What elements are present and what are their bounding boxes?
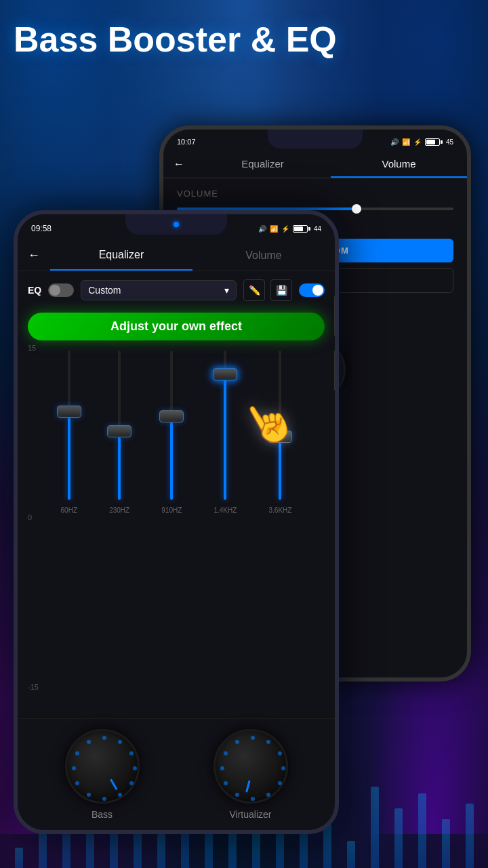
phone-front-battery xyxy=(293,225,310,233)
eq-slider-14khz-label: 1.4KHZ xyxy=(214,507,237,514)
eq-slider-910hz[interactable]: 910HZ xyxy=(161,351,182,540)
eq-enable-toggle[interactable] xyxy=(48,283,74,297)
eq-right-toggle[interactable] xyxy=(299,283,325,297)
svg-point-18 xyxy=(266,793,270,797)
eq-slider-60hz-fill xyxy=(68,418,70,500)
svg-point-10 xyxy=(75,751,79,755)
virtualizer-knob[interactable] xyxy=(214,729,288,804)
svg-point-17 xyxy=(278,781,282,785)
phone-front-notch-dot xyxy=(174,222,179,227)
svg-point-7 xyxy=(87,793,91,797)
virtualizer-knob-wrap: Virtualizer xyxy=(214,729,288,820)
eq-slider-60hz[interactable]: 60HZ xyxy=(61,351,77,540)
svg-point-19 xyxy=(251,797,255,801)
phone-back-wifi-icon: 📶 xyxy=(402,138,410,146)
eq-slider-230hz[interactable]: 230HZ xyxy=(109,351,129,540)
svg-point-13 xyxy=(251,736,255,740)
svg-point-1 xyxy=(118,740,122,744)
eq-preset-value: Custom xyxy=(88,285,121,296)
eq-action-icons: ✏️ 💾 xyxy=(243,279,292,301)
bass-knob[interactable] xyxy=(65,729,140,804)
phone-front-screen: 09:58 🔊 📶 ⚡ 44 ← Equalizer Volume EQ xyxy=(18,214,335,830)
front-bottom-knobs: Bass xyxy=(18,718,335,830)
eq-preset-dropdown[interactable]: Custom ▾ xyxy=(81,280,237,300)
phone-back-time: 10:07 xyxy=(177,138,196,146)
phone-front-back-button[interactable]: ← xyxy=(18,240,50,271)
svg-point-3 xyxy=(133,766,137,770)
eq-slider-910hz-thumb xyxy=(159,410,184,422)
eq-slider-36khz-fill xyxy=(279,443,281,500)
svg-point-24 xyxy=(235,740,239,744)
phone-front-tab-equalizer[interactable]: Equalizer xyxy=(50,241,192,271)
eq-slider-910hz-label: 910HZ xyxy=(161,507,182,514)
svg-point-14 xyxy=(266,740,270,744)
adjust-tooltip: Adjust your own effect xyxy=(28,313,325,340)
eq-slider-14khz[interactable]: 1.4KHZ xyxy=(214,351,237,540)
phone-front-volume-icon: 🔊 xyxy=(258,225,266,233)
eq-slider-36khz-label: 3.6KHZ xyxy=(269,507,292,514)
eq-slider-230hz-thumb xyxy=(107,425,131,437)
phone-front-signal-icon: ⚡ xyxy=(281,225,289,233)
eq-slider-910hz-track xyxy=(170,351,173,500)
eq-slider-36khz[interactable]: 3.6KHZ xyxy=(269,351,292,540)
eq-slider-14khz-thumb xyxy=(213,368,237,380)
svg-point-21 xyxy=(224,781,228,785)
phone-front-time: 09:58 xyxy=(31,224,52,233)
phone-front-battery-pct: 44 xyxy=(314,225,321,233)
svg-point-9 xyxy=(72,766,76,770)
eq-slider-36khz-track xyxy=(279,351,281,500)
svg-point-16 xyxy=(281,766,285,770)
phone-back-volume-icon: 🔊 xyxy=(390,138,399,146)
svg-line-25 xyxy=(246,781,249,791)
eq-slider-14khz-fill xyxy=(224,380,226,500)
bass-knob-wrap: Bass xyxy=(65,729,140,820)
bass-knob-label: Bass xyxy=(92,809,113,820)
phone-back-volume-label: VOLUME xyxy=(163,178,467,202)
eq-slider-60hz-thumb xyxy=(57,406,81,418)
eq-slider-230hz-fill xyxy=(118,437,121,500)
phone-back-tab-equalizer[interactable]: Equalizer xyxy=(195,151,331,178)
eq-sliders-area: 60HZ 230HZ 910HZ xyxy=(24,351,328,540)
svg-point-11 xyxy=(87,740,91,744)
eq-edit-button[interactable]: ✏️ xyxy=(243,279,265,301)
phone-back-signal-icon: ⚡ xyxy=(413,138,422,146)
svg-point-23 xyxy=(224,751,228,755)
phone-front-notch xyxy=(125,214,227,235)
phone-back-status-icons: 🔊 📶 ⚡ 45 xyxy=(390,138,453,146)
svg-point-4 xyxy=(129,781,134,785)
phone-back-battery xyxy=(425,138,443,146)
eq-slider-230hz-label: 230HZ xyxy=(109,507,129,514)
phone-back-battery-pct: 45 xyxy=(446,138,453,146)
phone-front-side-btn-top xyxy=(334,296,337,336)
svg-point-2 xyxy=(129,751,134,755)
phone-front: 09:58 🔊 📶 ⚡ 44 ← Equalizer Volume EQ xyxy=(14,210,339,834)
eq-slider-60hz-track xyxy=(68,351,70,500)
svg-line-12 xyxy=(111,780,117,789)
phone-back-header: ← Equalizer Volume xyxy=(163,151,467,178)
eq-slider-14khz-track xyxy=(224,351,226,500)
knobs-row: Bass xyxy=(28,729,325,820)
eq-controls: EQ Custom ▾ ✏️ 💾 xyxy=(18,271,335,309)
svg-point-5 xyxy=(118,793,122,797)
eq-slider-230hz-track xyxy=(118,351,121,500)
svg-point-22 xyxy=(220,766,224,770)
chevron-down-icon: ▾ xyxy=(224,285,229,296)
eq-label: EQ xyxy=(28,285,41,296)
svg-point-8 xyxy=(75,781,79,785)
eq-slider-36khz-thumb xyxy=(268,431,292,443)
svg-point-6 xyxy=(102,797,106,801)
phone-back-tab-volume[interactable]: Volume xyxy=(331,151,467,178)
eq-save-button[interactable]: 💾 xyxy=(270,279,292,301)
phone-front-header: ← Equalizer Volume xyxy=(18,240,335,271)
svg-point-0 xyxy=(102,736,106,740)
svg-point-15 xyxy=(278,751,282,755)
page-title: Bass Booster & EQ xyxy=(14,20,474,59)
phone-front-status-icons: 🔊 📶 ⚡ 44 xyxy=(258,225,321,233)
eq-slider-60hz-label: 60HZ xyxy=(61,507,77,514)
phone-front-wifi-icon: 📶 xyxy=(270,225,278,233)
phone-back-back-button[interactable]: ← xyxy=(163,151,195,178)
virtualizer-knob-label: Virtualizer xyxy=(230,809,272,820)
phone-front-tab-volume[interactable]: Volume xyxy=(192,241,335,270)
eq-scale-bottom: -15 xyxy=(28,683,39,691)
eq-slider-910hz-fill xyxy=(170,422,173,500)
